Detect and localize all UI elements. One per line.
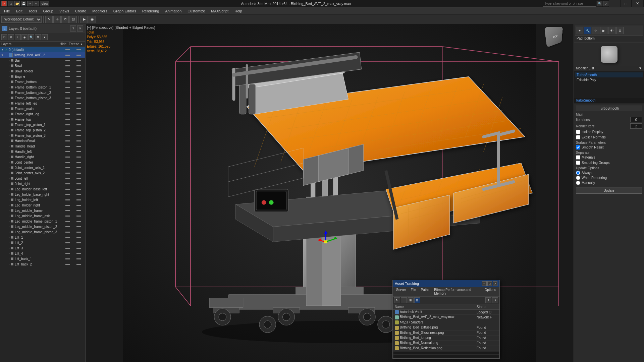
ts-iterations-input[interactable]: [630, 117, 642, 122]
layer-item-frame-top-piston-2[interactable]: › Frame_top_piston_2: [0, 127, 85, 133]
ts-isoline-checkbox[interactable]: [576, 130, 580, 134]
at-detail-view-btn[interactable]: ⊞: [408, 297, 414, 303]
layer-item-lift-4[interactable]: › Lift_4: [0, 251, 85, 256]
at-menu-file[interactable]: File: [409, 288, 418, 296]
object-name-field[interactable]: Pad_bottom: [575, 36, 643, 41]
layer-item-joint-center-axis-1[interactable]: › Joint_center_axis_1: [0, 165, 85, 170]
layer-item-lift-1[interactable]: › Lift_1: [0, 235, 85, 240]
layer-item-handle-right[interactable]: › Handle_right: [0, 154, 85, 160]
layer-item-frame-top-piston-1[interactable]: › Frame_top_piston_1: [0, 122, 85, 127]
layer-item-leg-middle-frame-piston-1[interactable]: › Leg_middle_frame_piston_1: [0, 219, 85, 224]
menu-help[interactable]: Help: [232, 8, 245, 14]
menu-tools[interactable]: Tools: [26, 8, 40, 14]
at-help-btn[interactable]: ?: [485, 297, 491, 303]
expand-0[interactable]: ▼: [1, 48, 4, 51]
layer-item-leg-middle-frame-piston-2[interactable]: › Leg_middle_frame_piston_2: [0, 224, 85, 229]
utilities-btn[interactable]: ⚙: [616, 27, 624, 34]
move-tool[interactable]: ✛: [53, 16, 61, 23]
at-row-diffuse[interactable]: Birthing_Bed_Diffuse.png Found: [393, 325, 499, 330]
menu-maxscript[interactable]: MAXScript: [208, 8, 231, 14]
help-btn[interactable]: ?: [603, 1, 608, 6]
layer-item-joint-left[interactable]: › Joint_left: [0, 176, 85, 181]
at-menu-server[interactable]: Server: [394, 288, 408, 296]
layer-item-lift-back-1[interactable]: › Lift_back_1: [0, 256, 85, 261]
layer-item-leg-holder-base-left[interactable]: › Leg_holder_base_left: [0, 186, 85, 192]
menu-group[interactable]: Group: [40, 8, 56, 14]
layer-item-leg-middle-frame-piston-3[interactable]: › Leg_middle_frame_piston_3: [0, 229, 85, 235]
modifier-editable-poly[interactable]: Editable Poly: [575, 77, 643, 82]
search-input[interactable]: [543, 1, 596, 7]
at-refresh-btn[interactable]: ↻: [394, 297, 400, 303]
modifier-list-dropdown-arrow[interactable]: ▼: [639, 66, 642, 70]
at-icon-view-btn[interactable]: ⊟: [414, 297, 420, 303]
ts-manually-radio[interactable]: [576, 181, 580, 185]
menu-edit[interactable]: Edit: [13, 8, 25, 14]
layer-item-leg-middle-frame[interactable]: › Leg_middle_frame: [0, 208, 85, 213]
at-row-normal[interactable]: Birthing_Bed_Normal.png Found: [393, 341, 499, 346]
create-mode-btn[interactable]: ✦: [576, 27, 583, 34]
ts-when-rendering-radio[interactable]: [576, 176, 580, 180]
minimize-btn[interactable]: ─: [609, 0, 620, 7]
at-close-btn[interactable]: ✕: [493, 281, 497, 286]
motion-btn[interactable]: ▶: [600, 27, 607, 34]
layer-close-btn[interactable]: ✕: [77, 25, 83, 32]
layer-item-joint-center-axis-2[interactable]: › Joint_center_axis_2: [0, 170, 85, 176]
select-tool[interactable]: ↖: [45, 16, 53, 23]
new-btn[interactable]: □: [8, 1, 13, 6]
layer-item-frame-bottom-piston-3[interactable]: › Frame_bottom_piston_3: [0, 95, 85, 101]
at-menu-paths[interactable]: Paths: [419, 288, 432, 296]
layer-help-btn[interactable]: ?: [70, 25, 76, 32]
layer-item-frame-right-leg[interactable]: › Frame_right_leg: [0, 111, 85, 117]
at-maximize-btn[interactable]: □: [487, 281, 492, 286]
at-info-btn[interactable]: ℹ: [492, 297, 498, 303]
at-scrollbar[interactable]: [393, 352, 499, 354]
layer-find-btn[interactable]: 🔍: [28, 34, 34, 40]
layer-item-leg-holder-left[interactable]: › Leg_holder_left: [0, 197, 85, 202]
workspace-dropdown[interactable]: Workspace: Default: [1, 16, 42, 23]
ts-always-radio[interactable]: [576, 171, 580, 175]
undo-btn[interactable]: ↩: [27, 1, 33, 6]
scale-tool[interactable]: ⊡: [69, 16, 77, 23]
layer-add-selection-btn[interactable]: +: [15, 34, 21, 40]
layer-item-leg-holder-right[interactable]: › Leg_holder_right: [0, 202, 85, 208]
menu-rendering[interactable]: Rendering: [140, 8, 162, 14]
ts-explicit-normals-checkbox[interactable]: [576, 135, 580, 139]
ts-smoothing-groups-checkbox[interactable]: [576, 161, 580, 165]
layer-item-lift-back-2[interactable]: › Lift_back_2: [0, 261, 85, 267]
layer-item-frame-bottom[interactable]: › Frame_bottom: [0, 79, 85, 84]
layer-item-bar[interactable]: › Bar: [0, 58, 85, 63]
layer-new-btn[interactable]: □: [1, 34, 7, 40]
layer-item-joint-center[interactable]: › Joint_center: [0, 160, 85, 165]
layer-item-lift-3[interactable]: › Lift_3: [0, 245, 85, 251]
layer-item-frame-bottom-piston-1[interactable]: › Frame_bottom_piston_1: [0, 84, 85, 90]
at-row-maxfile[interactable]: Birthing_Bed_AVE_2_max_vray.max Network …: [393, 315, 499, 320]
layer-item-birthing[interactable]: ▼ Birthing_Bed_AVE_2: [0, 52, 85, 58]
layer-item-frame-main[interactable]: › Frame_main: [0, 106, 85, 111]
menu-customize[interactable]: Customize: [185, 8, 208, 14]
expand-b[interactable]: ▼: [1, 54, 4, 57]
layer-item-0-default[interactable]: ▼ ✓ 0 (default): [0, 47, 85, 52]
modify-mode-btn[interactable]: 🔧: [584, 27, 591, 34]
redo-btn[interactable]: ↪: [34, 1, 39, 6]
ts-smooth-result-checkbox[interactable]: [576, 145, 580, 149]
menu-graph-editors[interactable]: Graph Editors: [111, 8, 139, 14]
maximize-btn[interactable]: □: [621, 0, 631, 7]
layer-item-joint-right[interactable]: › Joint_right: [0, 181, 85, 186]
layer-select-objs-btn[interactable]: ◈: [21, 34, 28, 40]
viewcube[interactable]: TOP: [543, 27, 567, 51]
layer-item-bowl-holder[interactable]: › Bowl_holder: [0, 68, 85, 74]
layer-item-handalssmall[interactable]: › HandalsSmall: [0, 138, 85, 143]
menu-modifiers[interactable]: Modifiers: [90, 8, 110, 14]
menu-animation[interactable]: Animation: [162, 8, 184, 14]
layer-delete-btn[interactable]: ✕: [8, 34, 14, 40]
ts-update-button[interactable]: Update: [576, 187, 642, 194]
layer-item-frame-bottom-piston-2[interactable]: › Frame_bottom_piston_2: [0, 90, 85, 95]
at-row-maps-folder[interactable]: Maps / Shaders: [393, 320, 499, 325]
layer-settings-btn[interactable]: ⚙: [35, 34, 41, 40]
layer-item-frame-top-piston-3[interactable]: › Frame_top_piston_3: [0, 133, 85, 138]
hierarchy-btn[interactable]: ⊹: [592, 27, 599, 34]
at-row-ior[interactable]: Birthing_Bed_ior.png Found: [393, 335, 499, 340]
at-minimize-btn[interactable]: ─: [482, 281, 487, 286]
display-btn[interactable]: 👁: [608, 27, 615, 34]
layer-item-handle-head[interactable]: › Handle_head: [0, 143, 85, 149]
